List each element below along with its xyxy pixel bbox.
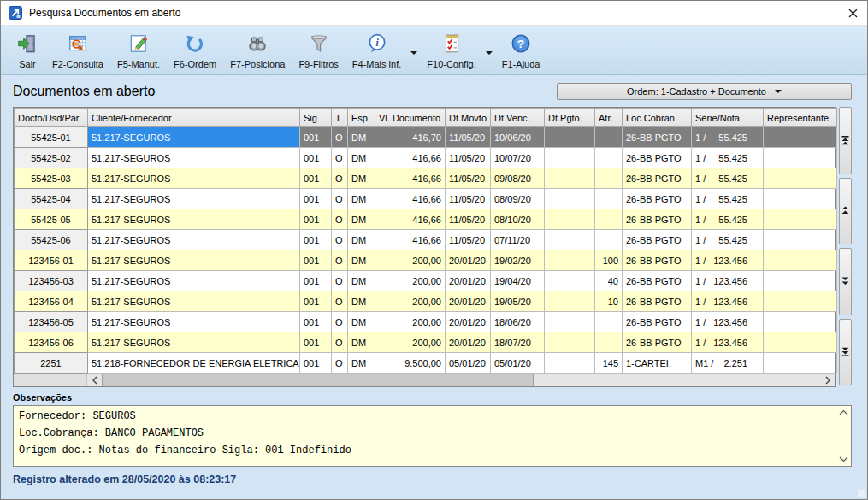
cell-atr[interactable]: 10 bbox=[595, 291, 623, 312]
cell-loc_cobran[interactable]: 26-BB PGTO bbox=[623, 209, 692, 230]
cell-t[interactable]: O bbox=[332, 209, 348, 230]
cell-valor[interactable]: 416,66 bbox=[375, 168, 446, 189]
cell-sig[interactable]: 001 bbox=[300, 209, 332, 230]
cell-atr[interactable] bbox=[595, 127, 623, 148]
cell-t[interactable]: O bbox=[332, 127, 348, 148]
table-row[interactable]: 55425-0151.217-SEGUROS001ODM416,7011/05/… bbox=[15, 127, 837, 148]
cell-t[interactable]: O bbox=[332, 353, 348, 374]
row-header-button[interactable]: 123456-01 bbox=[15, 250, 88, 271]
cell-cliente[interactable]: 51.217-SEGUROS bbox=[88, 127, 300, 148]
table-row[interactable]: 225151.218-FORNECEDOR DE ENERGIA ELETRIC… bbox=[15, 353, 837, 374]
cell-dt_pgto[interactable] bbox=[545, 271, 595, 291]
cell-esp[interactable]: DM bbox=[348, 209, 375, 230]
cell-representante[interactable] bbox=[764, 127, 837, 148]
cell-dt_pgto[interactable] bbox=[545, 168, 595, 189]
cell-cliente[interactable]: 51.217-SEGUROS bbox=[88, 332, 300, 353]
cell-cliente[interactable]: 51.217-SEGUROS bbox=[88, 312, 300, 332]
row-header-button[interactable]: 123456-06 bbox=[15, 332, 88, 353]
cell-t[interactable]: O bbox=[332, 312, 348, 332]
row-header-button[interactable]: 123456-05 bbox=[15, 312, 88, 332]
cell-valor[interactable]: 416,66 bbox=[375, 148, 446, 168]
cell-sig[interactable]: 001 bbox=[300, 127, 332, 148]
cell-esp[interactable]: DM bbox=[348, 332, 375, 353]
cell-dt_movto[interactable]: 20/01/20 bbox=[446, 312, 491, 332]
cell-cliente[interactable]: 51.217-SEGUROS bbox=[88, 291, 300, 312]
cell-serie_nota[interactable]: 123.4561 / bbox=[692, 250, 764, 271]
cell-valor[interactable]: 416,66 bbox=[375, 209, 446, 230]
cell-loc_cobran[interactable]: 1-CARTEI. bbox=[623, 353, 692, 374]
cell-atr[interactable] bbox=[595, 189, 623, 209]
cell-serie_nota[interactable]: 123.4561 / bbox=[692, 332, 764, 353]
cell-loc_cobran[interactable]: 26-BB PGTO bbox=[623, 271, 692, 291]
cell-representante[interactable] bbox=[764, 291, 837, 312]
toolbar-button-f4-mais-inf[interactable]: i F4-Mais inf. bbox=[345, 28, 408, 74]
cell-loc_cobran[interactable]: 26-BB PGTO bbox=[623, 168, 692, 189]
cell-esp[interactable]: DM bbox=[348, 189, 375, 209]
cell-atr[interactable] bbox=[595, 148, 623, 168]
obs-scroll-up-button[interactable] bbox=[839, 409, 848, 415]
cell-loc_cobran[interactable]: 26-BB PGTO bbox=[623, 230, 692, 250]
cell-sig[interactable]: 001 bbox=[300, 189, 332, 209]
cell-serie_nota[interactable]: 55.4251 / bbox=[692, 189, 764, 209]
cell-dt_pgto[interactable] bbox=[545, 209, 595, 230]
cell-representante[interactable] bbox=[764, 209, 837, 230]
row-header-button[interactable]: 55425-02 bbox=[15, 148, 88, 168]
cell-dt_venc[interactable]: 19/05/20 bbox=[491, 291, 545, 312]
row-header-button[interactable]: 55425-06 bbox=[15, 230, 88, 250]
cell-atr[interactable]: 145 bbox=[595, 353, 623, 374]
cell-valor[interactable]: 200,00 bbox=[375, 291, 446, 312]
cell-dt_movto[interactable]: 20/01/20 bbox=[446, 291, 491, 312]
cell-dt_venc[interactable]: 08/10/20 bbox=[491, 209, 545, 230]
cell-dt_pgto[interactable] bbox=[545, 148, 595, 168]
order-dropdown-button[interactable]: Ordem: 1-Cadastro + Documento bbox=[557, 83, 852, 100]
cell-dt_venc[interactable]: 09/08/20 bbox=[491, 168, 545, 189]
cell-representante[interactable] bbox=[764, 189, 837, 209]
cell-esp[interactable]: DM bbox=[348, 127, 375, 148]
cell-dt_venc[interactable]: 07/11/20 bbox=[491, 230, 545, 250]
toolbar-button-f7-posiciona[interactable]: F7-Posiciona bbox=[223, 28, 292, 74]
cell-loc_cobran[interactable]: 26-BB PGTO bbox=[623, 127, 692, 148]
cell-valor[interactable]: 416,70 bbox=[375, 127, 446, 148]
cell-representante[interactable] bbox=[764, 230, 837, 250]
cell-loc_cobran[interactable]: 26-BB PGTO bbox=[623, 332, 692, 353]
cell-cliente[interactable]: 51.217-SEGUROS bbox=[88, 148, 300, 168]
cell-dt_pgto[interactable] bbox=[545, 291, 595, 312]
cell-loc_cobran[interactable]: 26-BB PGTO bbox=[623, 291, 692, 312]
cell-serie_nota[interactable]: 55.4251 / bbox=[692, 209, 764, 230]
toolbar-button-f5-manut[interactable]: F5-Manut. bbox=[110, 28, 167, 74]
cell-esp[interactable]: DM bbox=[348, 230, 375, 250]
row-header-button[interactable]: 55425-01 bbox=[15, 127, 88, 148]
cell-esp[interactable]: DM bbox=[348, 353, 375, 374]
scroll-right-button[interactable] bbox=[820, 374, 835, 386]
close-button[interactable] bbox=[836, 3, 859, 22]
cell-cliente[interactable]: 51.217-SEGUROS bbox=[88, 271, 300, 291]
cell-dt_pgto[interactable] bbox=[545, 127, 595, 148]
cell-dt_venc[interactable]: 08/09/20 bbox=[491, 189, 545, 209]
cell-cliente[interactable]: 51.218-FORNECEDOR DE ENERGIA ELETRICA bbox=[88, 353, 300, 374]
cell-representante[interactable] bbox=[764, 312, 837, 332]
cell-dt_movto[interactable]: 11/05/20 bbox=[446, 127, 491, 148]
cell-valor[interactable]: 9.500,00 bbox=[375, 353, 446, 374]
cell-sig[interactable]: 001 bbox=[300, 148, 332, 168]
cell-esp[interactable]: DM bbox=[348, 250, 375, 271]
cell-cliente[interactable]: 51.217-SEGUROS bbox=[88, 250, 300, 271]
last-record-button[interactable] bbox=[839, 319, 852, 386]
cell-dt_pgto[interactable] bbox=[545, 189, 595, 209]
cell-serie_nota[interactable]: 123.4561 / bbox=[692, 291, 764, 312]
toolbar-button-f2-consulta[interactable]: F2-Consulta bbox=[45, 28, 110, 74]
table-row[interactable]: 55425-0451.217-SEGUROS001ODM416,6611/05/… bbox=[15, 189, 837, 209]
cell-valor[interactable]: 416,66 bbox=[375, 189, 446, 209]
row-header-button[interactable]: 2251 bbox=[15, 353, 88, 374]
cell-cliente[interactable]: 51.217-SEGUROS bbox=[88, 189, 300, 209]
cell-dt_pgto[interactable] bbox=[545, 250, 595, 271]
table-row[interactable]: 55425-0651.217-SEGUROS001ODM416,6611/05/… bbox=[15, 230, 837, 250]
table-row[interactable]: 123456-0551.217-SEGUROS001ODM200,0020/01… bbox=[15, 312, 837, 332]
page-down-button[interactable] bbox=[839, 248, 852, 315]
cell-serie_nota[interactable]: 123.4561 / bbox=[692, 312, 764, 332]
cell-t[interactable]: O bbox=[332, 291, 348, 312]
cell-serie_nota[interactable]: 55.4251 / bbox=[692, 230, 764, 250]
cell-dt_movto[interactable]: 05/01/20 bbox=[446, 353, 491, 374]
cell-esp[interactable]: DM bbox=[348, 168, 375, 189]
h-scroll-track[interactable] bbox=[534, 374, 820, 386]
first-record-button[interactable] bbox=[839, 107, 852, 174]
